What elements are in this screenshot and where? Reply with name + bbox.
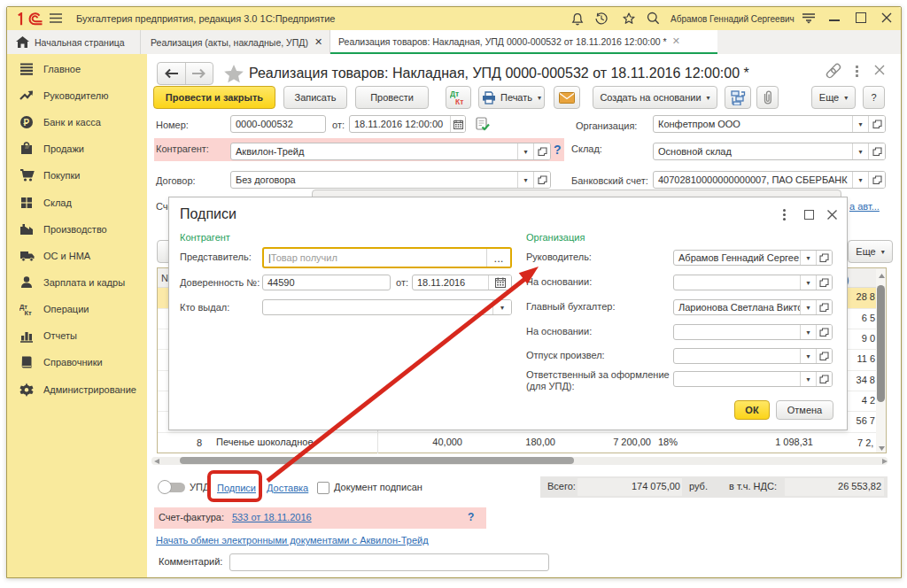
- svg-text:Кт: Кт: [455, 97, 463, 105]
